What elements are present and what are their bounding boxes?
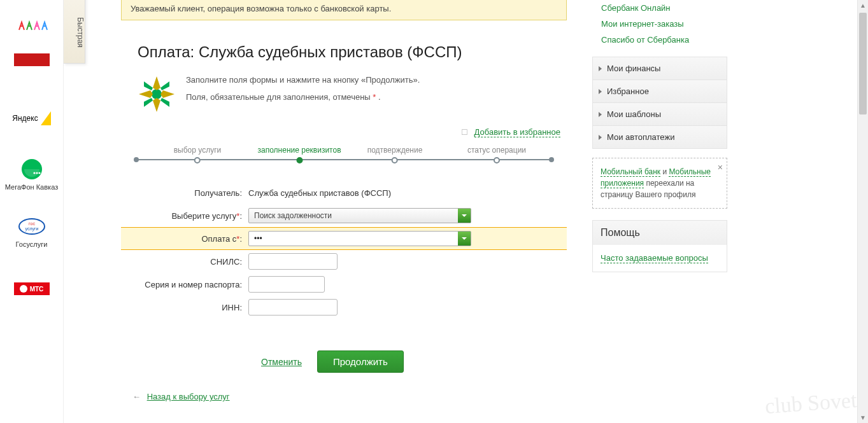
quick-link-sberbank-online[interactable]: Сбербанк Онлайн — [592, 0, 727, 16]
main-content: Уважаемый клиент, операция возможна толь… — [121, 0, 567, 401]
scroll-down-icon[interactable]: ▼ — [858, 412, 868, 423]
step-4: статус операции — [467, 146, 526, 163]
chevron-down-icon[interactable] — [458, 232, 471, 246]
quick-links: Сбербанк Онлайн Мои интернет-заказы Спас… — [592, 0, 727, 48]
select-pay-from-input[interactable] — [249, 232, 458, 246]
svg-point-3 — [36, 172, 38, 174]
continue-button[interactable]: Продолжить — [317, 350, 404, 373]
rail-item-promo[interactable] — [0, 47, 63, 73]
notice-box: × Мобильный банк и Мобильные приложения … — [592, 158, 727, 209]
select-service[interactable] — [248, 208, 471, 223]
rail-item-megafon[interactable]: МегаФон Кавказ — [0, 156, 63, 191]
intro-line-2: Поля, обязательные для заполнения, отмеч… — [186, 92, 420, 102]
select-service-input[interactable] — [249, 209, 458, 223]
label-service: Выберите услугу*: — [121, 211, 248, 221]
mts-icon: МТС — [11, 276, 52, 302]
fast-panel-tab[interactable]: Быстрая — [64, 0, 85, 64]
svg-point-2 — [33, 172, 35, 174]
arrow-left-icon: ← — [132, 392, 141, 401]
rail-label: МегаФон Кавказ — [0, 183, 63, 191]
chevron-down-icon[interactable] — [458, 209, 471, 223]
megafon-icon — [11, 156, 52, 182]
side-menu: Мои финансы Избранное Мои шаблоны Мои ав… — [592, 57, 727, 149]
step-end-cap — [549, 146, 554, 162]
rail-item-kids[interactable] — [0, 10, 63, 36]
svg-text:услуги: услуги — [25, 226, 38, 232]
bookmark-icon: ☐ — [461, 128, 468, 137]
progress-steps: выбор услуги заполнение реквизитов подтв… — [121, 146, 567, 163]
svg-marker-0 — [41, 111, 51, 125]
add-to-favorites[interactable]: ☐ Добавить в избранное — [121, 127, 560, 137]
input-passport[interactable] — [248, 276, 325, 293]
label-inn: ИНН: — [121, 303, 248, 312]
rail-label: Госуслуги — [0, 240, 63, 248]
label-snils: СНИЛС: — [121, 257, 248, 267]
yandex-label: Яндекс — [12, 114, 38, 123]
help-title: Помощь — [593, 221, 727, 245]
label-pay-from: Оплата с*: — [121, 234, 248, 244]
back-link-row: ← Назад к выбору услуг — [132, 392, 567, 401]
rail-item-mts[interactable]: МТС — [0, 276, 63, 302]
alert-banner: Уважаемый клиент, операция возможна толь… — [121, 0, 567, 20]
vertical-scrollbar[interactable]: ▲ ▼ — [857, 0, 868, 423]
row-service: Выберите услугу*: — [121, 204, 567, 227]
watermark: club Sovet — [764, 388, 857, 419]
input-snils[interactable] — [248, 253, 338, 270]
select-pay-from[interactable] — [248, 231, 471, 246]
page-title: Оплата: Служба судебных приставов (ФССП) — [138, 43, 567, 61]
input-inn[interactable] — [248, 299, 338, 316]
kids-icon — [11, 10, 52, 36]
svg-point-4 — [38, 172, 40, 174]
row-snils: СНИЛС: — [121, 250, 567, 273]
menu-my-templates[interactable]: Мои шаблоны — [593, 102, 727, 125]
right-column: Сбербанк Онлайн Мои интернет-заказы Спас… — [592, 0, 727, 272]
step-1: выбор услуги — [174, 146, 222, 163]
quick-link-spasibo[interactable]: Спасибо от Сбербанка — [592, 32, 727, 48]
menu-favorites[interactable]: Избранное — [593, 80, 727, 102]
intro-block: Заполните поля формы и нажмите на кнопку… — [138, 75, 567, 113]
row-recipient: Получатель: Служба судебных приставов (Ф… — [121, 181, 567, 204]
cancel-link[interactable]: Отменить — [261, 357, 302, 367]
yandex-icon: Яндекс — [11, 106, 52, 131]
notice-link-mobile-bank[interactable]: Мобильный банк — [601, 167, 660, 177]
value-recipient: Служба судебных приставов (ФССП) — [248, 188, 567, 198]
promo-icon — [11, 47, 52, 73]
left-rail: Быстрая Яндекс МегаФон Кавказ госуслуги … — [0, 0, 64, 423]
rail-item-gosuslugi[interactable]: госуслуги Госуслуги — [0, 214, 63, 248]
fssp-crest-icon — [138, 75, 176, 113]
close-icon[interactable]: × — [718, 161, 723, 174]
row-inn: ИНН: — [121, 296, 567, 319]
gosuslugi-icon: госуслуги — [11, 214, 52, 239]
menu-my-autopayments[interactable]: Мои автоплатежи — [593, 125, 727, 148]
help-faq-link[interactable]: Часто задаваемые вопросы — [601, 253, 708, 263]
form-actions: Отменить Продолжить — [261, 350, 567, 373]
svg-point-8 — [152, 89, 162, 99]
svg-text:гос: гос — [29, 221, 35, 226]
row-passport: Серия и номер паспорта: — [121, 273, 567, 296]
step-2: заполнение реквизитов — [257, 146, 341, 163]
back-link[interactable]: Назад к выбору услуг — [147, 392, 230, 401]
label-passport: Серия и номер паспорта: — [121, 280, 248, 289]
quick-link-my-orders[interactable]: Мои интернет-заказы — [592, 16, 727, 32]
help-box: Помощь Часто задаваемые вопросы — [592, 220, 727, 272]
label-recipient: Получатель: — [121, 188, 248, 198]
step-start-cap — [134, 146, 139, 162]
scroll-thumb[interactable] — [859, 13, 867, 114]
row-pay-from: Оплата с*: — [121, 227, 567, 250]
step-3: подтверждение — [367, 146, 423, 163]
add-to-favorites-link[interactable]: Добавить в избранное — [474, 127, 560, 137]
rail-item-yandex[interactable]: Яндекс — [0, 106, 63, 131]
intro-line-1: Заполните поля формы и нажмите на кнопку… — [186, 75, 420, 85]
scroll-up-icon[interactable]: ▲ — [858, 0, 868, 11]
menu-my-finances[interactable]: Мои финансы — [593, 57, 727, 80]
